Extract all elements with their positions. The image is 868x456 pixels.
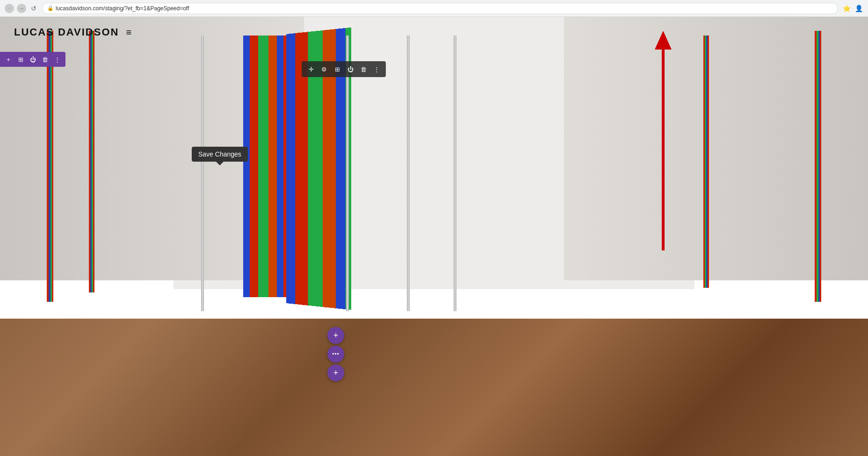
save-changes-tooltip[interactable]: Save Changes — [192, 147, 248, 162]
art-stripe-far-right — [815, 31, 821, 302]
art-stripe-center-large — [243, 36, 290, 297]
save-changes-label: Save Changes — [198, 150, 241, 158]
site-title: LUCAS DAVIDSON — [14, 26, 119, 38]
extensions-button[interactable]: ⭐ — [842, 4, 851, 13]
refresh-button[interactable]: ↺ — [29, 4, 38, 13]
browser-actions: ⭐ 👤 — [842, 4, 863, 13]
builder-toolbar-left: + ⊞ ⏻ 🗑 ⋮ — [0, 52, 65, 67]
toolbar-center-power[interactable]: ⏻ — [345, 64, 356, 75]
hamburger-menu[interactable]: ≡ — [126, 27, 131, 38]
browser-bar: ← → ↺ 🔒 lucasdavidson.com/staging/?et_fb… — [0, 0, 868, 17]
mirror-pole-3 — [407, 36, 410, 311]
forward-button[interactable]: → — [17, 4, 26, 13]
profile-button[interactable]: 👤 — [854, 4, 863, 13]
mirror-pole-1 — [201, 36, 204, 311]
toolbar-center-move[interactable]: ✛ — [305, 64, 317, 75]
toolbar-left-power[interactable]: ⏻ — [27, 54, 38, 65]
toolbar-left-plus[interactable]: + — [3, 54, 14, 65]
art-stripe-right-1 — [703, 36, 709, 288]
mirror-pole-4 — [454, 36, 456, 311]
browser-controls: ← → ↺ — [5, 4, 38, 13]
back-button[interactable]: ← — [5, 4, 14, 13]
add-section-bottom-button[interactable]: + — [327, 364, 344, 381]
toolbar-center-more[interactable]: ⋮ — [371, 64, 382, 75]
toolbar-left-layout[interactable]: ⊞ — [15, 54, 26, 65]
site-header: LUCAS DAVIDSON ≡ — [0, 17, 868, 48]
art-stripe-far-left — [47, 31, 53, 302]
url-text: lucasdavidson.com/staging/?et_fb=1&PageS… — [56, 5, 189, 12]
bottom-controls: + ••• + — [327, 327, 344, 381]
add-section-top-button[interactable]: + — [327, 327, 344, 344]
builder-toolbar-center: ✛ ⚙ ⊞ ⏻ 🗑 ⋮ — [302, 61, 386, 77]
address-bar[interactable]: 🔒 lucasdavidson.com/staging/?et_fb=1&Pag… — [42, 3, 838, 14]
lock-icon: 🔒 — [47, 5, 54, 11]
toolbar-left-more[interactable]: ⋮ — [51, 54, 63, 65]
toolbar-center-layout[interactable]: ⊞ — [332, 64, 343, 75]
page-content: LUCAS DAVIDSON ≡ + ⊞ ⏻ 🗑 ⋮ ✛ ⚙ ⊞ ⏻ 🗑 ⋮ S… — [0, 17, 868, 456]
arrow-shaft — [662, 50, 665, 250]
red-arrow — [655, 31, 672, 250]
section-menu-button[interactable]: ••• — [327, 346, 344, 363]
toolbar-center-settings[interactable]: ⚙ — [318, 64, 330, 75]
toolbar-left-delete[interactable]: 🗑 — [39, 54, 51, 65]
art-stripe-left-mid — [89, 31, 94, 292]
wall-right — [564, 17, 868, 280]
toolbar-center-delete[interactable]: 🗑 — [358, 64, 369, 75]
floor — [0, 260, 868, 456]
